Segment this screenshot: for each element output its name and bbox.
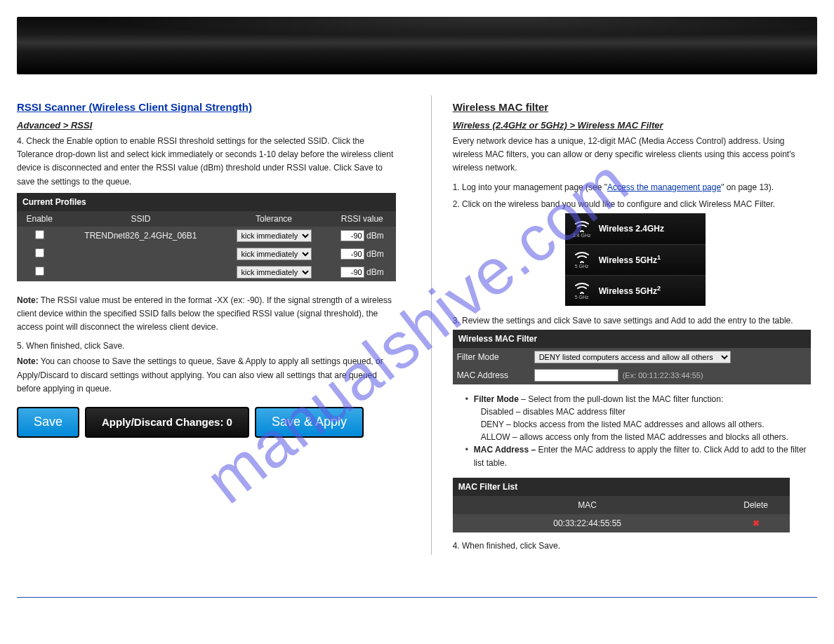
mac-address-label: MAC Address (453, 366, 530, 384)
footer-rule (17, 597, 817, 598)
mac-filter-title: Wireless MAC Filter (453, 330, 811, 348)
note-queue: Note: You can choose to Save the setting… (17, 355, 396, 396)
table-row: kick immediately dBm (17, 245, 396, 263)
banner (17, 17, 817, 74)
filter-mode-select[interactable]: DENY listed computers access and allow a… (534, 351, 731, 363)
band-item-24ghz[interactable]: 2.4 GHz Wireless 2.4GHz (565, 213, 706, 244)
wireless-mac-filter-panel: Wireless MAC Filter Filter Mode DENY lis… (453, 330, 811, 384)
section-title-rssi: RSSI Scanner (Wireless Client Signal Str… (17, 101, 252, 113)
breadcrumb-left: Advanced > RSSI (17, 120, 396, 130)
breadcrumb-right: Wireless (2.4GHz or 5GHz) > Wireless MAC… (453, 120, 817, 130)
mac-example: (Ex: 00:11:22:33:44:55) (623, 371, 703, 380)
current-profiles-table: Current Profiles Enable SSID Tolerance R… (17, 193, 396, 281)
delete-button[interactable]: ✖ (753, 518, 760, 528)
band-item-5ghz1[interactable]: 5 GHz Wireless 5GHz1 (565, 244, 706, 275)
band-label: Wireless 5GHz2 (599, 285, 661, 296)
step4: 4. When finished, click Save. (453, 541, 817, 551)
wireless-band-nav: 2.4 GHz Wireless 2.4GHz 5 GHz Wireless 5… (565, 213, 706, 306)
enable-checkbox[interactable] (35, 248, 44, 257)
tolerance-select[interactable]: kick immediately (237, 229, 312, 242)
col-ssid: SSID (62, 211, 219, 227)
dbm-unit: dBm (366, 267, 384, 277)
step5: 5. When finished, click Save. (17, 341, 396, 351)
right-column: Wireless MAC filter Wireless (2.4GHz or … (431, 95, 817, 555)
step3: 3. Review the settings and click Save to… (453, 316, 817, 326)
bullet-disable: Disabled – disables MAC address filter (481, 405, 817, 418)
bullet-allow: ALLOW – allows access only from the list… (481, 431, 817, 443)
section-title-macfilter: Wireless MAC filter (453, 101, 817, 113)
intro-left: 4. Check the Enable option to enable RSS… (17, 135, 396, 189)
band-item-5ghz2[interactable]: 5 GHz Wireless 5GHz2 (565, 275, 706, 306)
dbm-unit: dBm (366, 249, 384, 259)
apply-discard-button[interactable]: Apply/Discard Changes: 0 (85, 407, 249, 438)
table-row: TRENDnet826_2.4GHz_06B1 kick immediately… (17, 227, 396, 245)
profiles-title: Current Profiles (17, 193, 396, 211)
ssid-cell: TRENDnet826_2.4GHz_06B1 (62, 227, 219, 245)
table-row: kick immediately dBm (17, 263, 396, 281)
left-column: RSSI Scanner (Wireless Client Signal Str… (17, 95, 403, 555)
manage-page-link[interactable]: Access the management page (607, 182, 721, 192)
enable-checkbox[interactable] (35, 267, 44, 276)
rssi-input[interactable] (340, 230, 364, 241)
band-label: Wireless 5GHz1 (599, 254, 661, 265)
dbm-unit: dBm (366, 231, 384, 241)
wifi-icon: 2.4 GHz (572, 220, 592, 238)
bullet-deny: DENY – blocks access from the listed MAC… (481, 418, 817, 431)
wifi-icon: 5 GHz (572, 281, 592, 300)
mac-cell: 00:33:22:44:55:55 (453, 514, 722, 532)
step2: 2. Click on the wireless band you would … (453, 199, 817, 209)
rssi-input[interactable] (340, 267, 364, 278)
table-row: 00:33:22:44:55:55 ✖ (453, 514, 790, 532)
col-delete: Delete (722, 496, 790, 514)
rssi-input[interactable] (340, 248, 364, 260)
wifi-icon: 5 GHz (572, 250, 592, 269)
ssid-cell (62, 245, 219, 263)
ssid-cell (62, 263, 219, 281)
col-rssi: RSSI value (329, 211, 396, 227)
tolerance-select[interactable]: kick immediately (237, 248, 312, 260)
save-apply-button[interactable]: Save & Apply (255, 407, 364, 438)
band-label: Wireless 2.4GHz (599, 224, 664, 234)
step1: 1. Log into your management page (see "A… (453, 182, 817, 192)
col-mac: MAC (453, 496, 722, 514)
tolerance-select[interactable]: kick immediately (237, 266, 312, 279)
filter-mode-label: Filter Mode (453, 348, 530, 366)
save-button[interactable]: Save (17, 407, 79, 438)
mac-list-title: MAC Filter List (453, 478, 790, 496)
enable-checkbox[interactable] (35, 230, 44, 239)
mac-address-input[interactable] (534, 369, 618, 382)
note-rssi-format: Note: The RSSI value must be entered in … (17, 294, 396, 335)
bullet-mac-address: MAC Address – Enter the MAC address to a… (465, 443, 817, 469)
mac-filter-list-table: MAC Filter List MAC Delete 00:33:22:44:5… (453, 478, 790, 532)
col-tolerance: Tolerance (220, 211, 329, 227)
button-row: Save Apply/Discard Changes: 0 Save & App… (17, 407, 396, 438)
col-enable: Enable (17, 211, 62, 227)
intro-right: Every network device has a unique, 12-di… (453, 135, 817, 175)
bullet-filter-mode: Filter Mode – Select from the pull-down … (465, 393, 817, 406)
